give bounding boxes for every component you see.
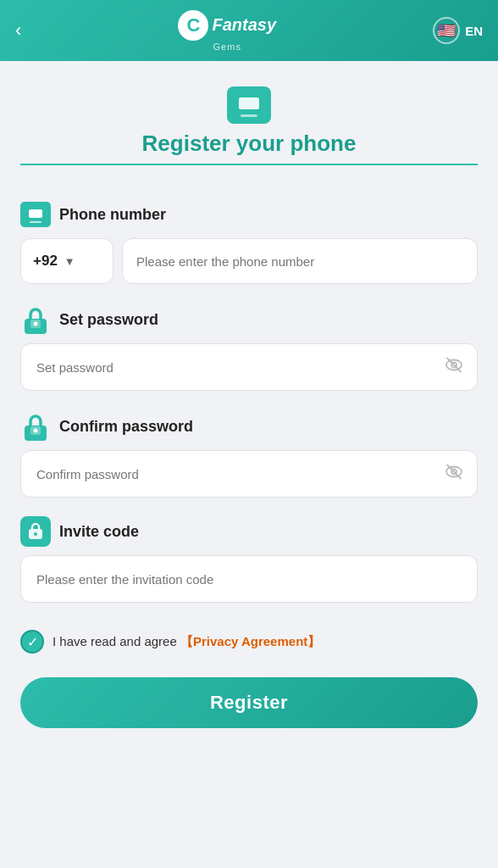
- flag-icon: 🇺🇸: [433, 17, 460, 44]
- header: ‹ C Fantasy Gems 🇺🇸 EN: [0, 0, 498, 61]
- invite-code-wrapper: [20, 555, 478, 603]
- chevron-down-icon: ▼: [64, 255, 75, 268]
- phone-section-label: Phone number: [20, 199, 478, 230]
- page-icon-area: Register your phone: [20, 86, 478, 186]
- lock-icon: [21, 305, 50, 334]
- privacy-agreement-link[interactable]: 【Privacy Agreement】: [180, 634, 320, 648]
- logo-c-letter: C: [186, 16, 200, 35]
- svg-point-2: [34, 322, 38, 326]
- logo-circle: C: [178, 10, 208, 41]
- confirm-password-wrapper: [20, 450, 478, 498]
- agreement-checkbox[interactable]: ✓: [20, 630, 44, 654]
- register-button[interactable]: Register: [20, 677, 478, 728]
- confirm-password-section-label: Confirm password: [20, 411, 478, 442]
- set-password-label-text: Set password: [59, 311, 158, 329]
- svg-point-3: [34, 313, 37, 316]
- logo-name: Fantasy: [212, 15, 276, 35]
- lock-confirm-icon: [21, 412, 50, 441]
- set-password-input[interactable]: [20, 343, 478, 391]
- phone-row: +92 ▼: [20, 238, 478, 284]
- country-code-value: +92: [33, 253, 58, 270]
- language-selector[interactable]: 🇺🇸 EN: [433, 17, 483, 44]
- set-password-section-label: Set password: [20, 304, 478, 335]
- agreement-text: I have read and agree 【Privacy Agreement…: [53, 634, 320, 650]
- logo: C Fantasy Gems: [178, 10, 276, 52]
- lang-code: EN: [465, 24, 483, 38]
- agreement-row: ✓ I have read and agree 【Privacy Agreeme…: [20, 630, 478, 654]
- confirm-password-input[interactable]: [20, 450, 478, 498]
- toggle-password-icon[interactable]: [444, 355, 464, 380]
- confirm-password-label-text: Confirm password: [59, 418, 193, 436]
- phone-icon: [227, 86, 271, 124]
- toggle-confirm-password-icon[interactable]: [444, 462, 464, 487]
- invite-code-label-text: Invite code: [59, 523, 139, 541]
- page-title: Register your phone: [142, 131, 357, 157]
- invite-code-input[interactable]: [20, 555, 478, 603]
- phone-input[interactable]: [122, 238, 478, 284]
- phone-label-icon: [20, 202, 51, 227]
- invite-icon: [20, 516, 51, 547]
- invite-code-section-label: Invite code: [20, 516, 478, 547]
- country-code-button[interactable]: +92 ▼: [20, 238, 113, 284]
- svg-point-15: [34, 532, 37, 536]
- logo-subtitle: Gems: [213, 42, 241, 52]
- title-underline: [20, 164, 478, 165]
- set-password-wrapper: [20, 343, 478, 391]
- svg-point-9: [34, 429, 38, 433]
- phone-label-text: Phone number: [59, 206, 166, 224]
- back-button[interactable]: ‹: [15, 19, 21, 42]
- main-content: Register your phone Phone number +92 ▼: [0, 61, 498, 868]
- svg-point-10: [34, 420, 37, 423]
